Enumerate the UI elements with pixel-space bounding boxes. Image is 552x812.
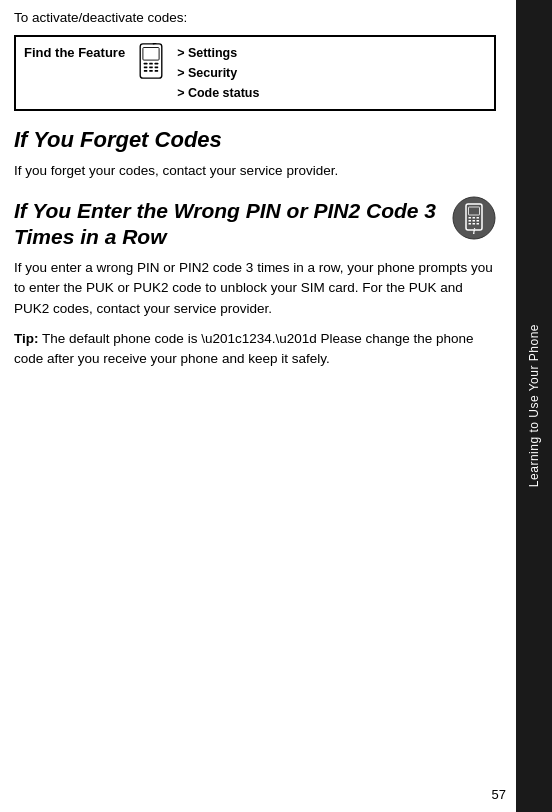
menu-steps: > Settings > Security > Code status [177,43,259,103]
main-content: To activate/deactivate codes: Find the F… [0,0,516,379]
svg-rect-9 [149,70,153,72]
section1-body: If you forget your codes, contact your s… [14,161,496,181]
svg-rect-4 [155,63,159,65]
find-feature-label: Find the Feature [24,43,125,60]
svg-rect-17 [477,217,480,219]
menu-step-1: > Settings [177,43,259,63]
tip-label: Tip: [14,331,39,346]
svg-line-11 [153,43,157,44]
svg-rect-5 [144,66,148,68]
page-number: 57 [492,787,506,802]
svg-rect-6 [149,66,153,68]
svg-rect-18 [469,220,472,222]
section2-heading-row: If You Enter the Wrong PIN or PIN2 Code … [14,192,496,259]
svg-rect-7 [155,66,159,68]
info-icon: i [452,196,496,243]
svg-rect-20 [477,220,480,222]
svg-rect-23 [477,223,480,225]
svg-rect-16 [473,217,476,219]
svg-rect-21 [469,223,472,225]
svg-rect-22 [473,223,476,225]
section2-tip: Tip: The default phone code is \u201c123… [14,329,496,370]
menu-step-2: > Security [177,63,259,83]
side-tab: Learning to Use Your Phone [516,0,552,812]
svg-rect-10 [155,70,159,72]
svg-rect-19 [473,220,476,222]
section2-body: If you enter a wrong PIN or PIN2 code 3 … [14,258,496,319]
svg-rect-15 [469,217,472,219]
phone-icon [133,43,169,79]
section2-heading: If You Enter the Wrong PIN or PIN2 Code … [14,198,444,251]
sidebar-label: Learning to Use Your Phone [527,324,541,487]
svg-rect-8 [144,70,148,72]
menu-step-3: > Code status [177,83,259,103]
intro-text: To activate/deactivate codes: [14,10,496,25]
find-feature-box: Find the Feature > Settings > Security >… [14,35,496,111]
tip-body: The default phone code is \u201c1234.\u2… [14,331,474,366]
svg-rect-1 [143,48,159,61]
section1-heading: If You Forget Codes [14,127,496,153]
svg-rect-0 [140,44,162,78]
svg-rect-3 [149,63,153,65]
svg-rect-2 [144,63,148,65]
